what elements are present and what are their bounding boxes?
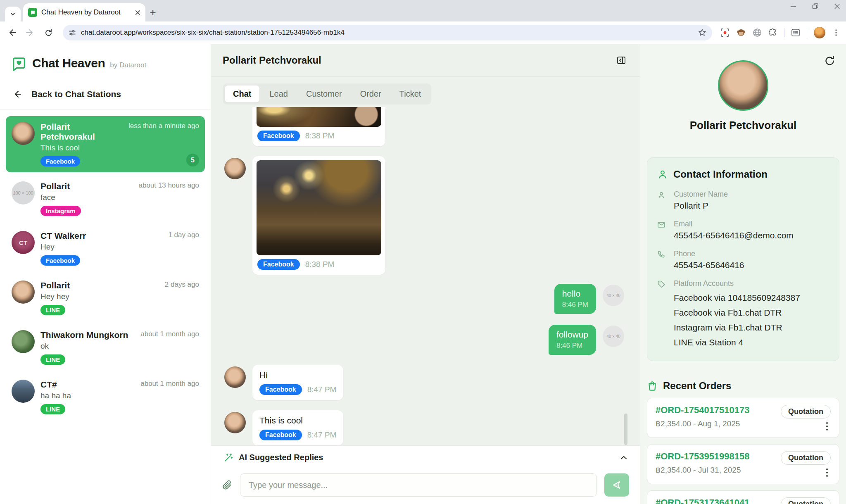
browser-toolbar: chat.dataroot.app/workspaces/six-six-six… bbox=[0, 21, 846, 44]
maximize-icon[interactable] bbox=[812, 3, 818, 10]
new-tab-button[interactable]: + bbox=[145, 5, 160, 20]
phone-label: Phone bbox=[674, 250, 744, 258]
message-input[interactable] bbox=[240, 473, 597, 497]
person-small-icon bbox=[657, 191, 665, 199]
reload-button[interactable] bbox=[42, 26, 55, 39]
avatar bbox=[224, 366, 246, 388]
monkey-extension-icon[interactable] bbox=[736, 28, 746, 38]
message-card: Facebook 8:38 PM bbox=[252, 107, 385, 146]
incoming-message-card: Hi Facebook 8:47 PM bbox=[252, 365, 343, 400]
conversation-preview: Hey bbox=[40, 242, 162, 252]
profile-name: Pollarit Petchvorakul bbox=[647, 119, 839, 132]
back-button[interactable] bbox=[6, 26, 18, 39]
back-icon bbox=[7, 28, 17, 37]
back-arrow-icon bbox=[12, 89, 22, 99]
ai-suggested-replies-bar[interactable]: AI Suggested Replies bbox=[211, 445, 640, 469]
order-id[interactable]: #ORD-1754017510173 bbox=[656, 405, 750, 416]
message-image[interactable] bbox=[257, 160, 381, 255]
order-card[interactable]: #ORD-1753951998158 ฿2,354.00 - Jul 31, 2… bbox=[647, 444, 839, 484]
forward-button[interactable] bbox=[24, 26, 36, 39]
collapse-panel-button[interactable] bbox=[614, 53, 628, 67]
platform-badge: Instagram bbox=[40, 206, 81, 216]
kebab-menu-icon[interactable] bbox=[826, 468, 828, 477]
browser-menu-icon[interactable] bbox=[832, 29, 840, 37]
outgoing-message-bubble: followup 8:46 PM bbox=[549, 325, 596, 355]
message-time: 8:38 PM bbox=[305, 131, 335, 140]
message-text: hello bbox=[562, 289, 588, 299]
conversation-item[interactable]: CT CT Walkerr Hey Facebook 1 day ago bbox=[6, 225, 205, 271]
forward-icon bbox=[26, 28, 35, 37]
order-status-badge: Quotation bbox=[781, 405, 831, 418]
person-icon bbox=[657, 169, 668, 180]
platform-badge: Facebook bbox=[259, 430, 302, 440]
browser-profile-avatar[interactable] bbox=[814, 27, 825, 38]
platform-badge: Facebook bbox=[40, 156, 80, 166]
order-card[interactable]: #ORD-1753173641041 ฿1,926.00 - Jul 22, 2… bbox=[647, 490, 839, 504]
avatar bbox=[12, 281, 35, 304]
unread-badge: 5 bbox=[186, 154, 199, 166]
back-to-stations-link[interactable]: Back to Chat Stations bbox=[0, 73, 211, 109]
conversation-item[interactable]: 100 × 100 Pollarit face Instagram about … bbox=[6, 176, 205, 222]
tab-ticket[interactable]: Ticket bbox=[391, 86, 430, 102]
recent-orders-heading: Recent Orders bbox=[663, 380, 731, 392]
kebab-menu-icon[interactable] bbox=[826, 422, 828, 431]
window-close-icon[interactable] bbox=[834, 3, 840, 10]
contact-information-card: Contact Information Customer Name Pollar… bbox=[647, 157, 839, 361]
refresh-icon[interactable] bbox=[824, 55, 835, 67]
order-status-badge: Quotation bbox=[781, 451, 831, 465]
reload-icon bbox=[44, 29, 53, 37]
bookmark-star-icon[interactable] bbox=[698, 29, 706, 37]
profile-avatar bbox=[718, 60, 768, 111]
toolbar-separator bbox=[807, 28, 807, 37]
tab-search-button[interactable] bbox=[5, 7, 21, 21]
paperclip-icon[interactable] bbox=[222, 480, 233, 490]
app-logo-icon bbox=[11, 56, 27, 73]
conversation-name: Pollarit bbox=[40, 281, 159, 290]
site-settings-icon[interactable] bbox=[69, 29, 76, 36]
message-scroll-area[interactable]: Facebook 8:38 PM Facebook 8:38 PM bbox=[223, 107, 628, 445]
customer-name-value: Pollarit P bbox=[674, 201, 728, 211]
url-text[interactable]: chat.dataroot.app/workspaces/six-six-six… bbox=[81, 29, 693, 37]
order-status-badge: Quotation bbox=[781, 497, 831, 504]
message-card: Facebook 8:38 PM bbox=[252, 156, 385, 275]
browser-tab[interactable]: Chat Heaven by Dataroot bbox=[23, 3, 145, 21]
screenshot-extension-icon[interactable] bbox=[720, 28, 730, 37]
platform-badge: Facebook bbox=[257, 259, 300, 270]
order-id[interactable]: #ORD-1753173641041 bbox=[656, 497, 750, 504]
chat-scrollbar[interactable] bbox=[624, 414, 627, 445]
message-time: 8:47 PM bbox=[307, 385, 337, 394]
conversation-item[interactable]: Pollarit Petchvorakul This is cool Faceb… bbox=[6, 116, 205, 172]
message-image[interactable] bbox=[257, 107, 381, 127]
avatar-placeholder: 40 × 40 bbox=[603, 285, 624, 306]
avatar: CT bbox=[12, 231, 35, 254]
conversation-name: Pollarit Petchvorakul bbox=[40, 122, 123, 142]
conversation-item[interactable]: Thiwakorn Mungkorn ok LINE about 1 month… bbox=[6, 324, 205, 371]
chevron-up-icon[interactable] bbox=[620, 454, 627, 461]
extensions-puzzle-icon[interactable] bbox=[768, 28, 777, 37]
avatar bbox=[224, 158, 246, 179]
tag-icon bbox=[657, 280, 665, 288]
tab-close-icon[interactable] bbox=[135, 10, 140, 15]
order-card[interactable]: #ORD-1754017510173 ฿2,354.00 - Aug 1, 20… bbox=[647, 398, 839, 438]
message-text: followup bbox=[556, 330, 588, 340]
tab-chat[interactable]: Chat bbox=[225, 86, 259, 102]
platform-account: Instagram via Fb1.chat DTR bbox=[674, 323, 800, 333]
conversation-item[interactable]: Pollarit Hey hey LINE 2 days ago bbox=[6, 275, 205, 321]
reading-list-icon[interactable] bbox=[791, 28, 800, 37]
sparkle-wand-icon bbox=[223, 453, 233, 463]
chevron-down-icon bbox=[10, 11, 16, 17]
conversation-preview: ok bbox=[40, 342, 135, 351]
toolbar-separator bbox=[784, 28, 784, 37]
conversation-list: Pollarit Petchvorakul This is cool Faceb… bbox=[0, 109, 211, 430]
conversation-time: about 1 month ago bbox=[140, 330, 199, 338]
conversation-item[interactable]: CT# ha ha ha LINE about 1 month ago bbox=[6, 374, 205, 420]
url-bar[interactable]: chat.dataroot.app/workspaces/six-six-six… bbox=[63, 25, 712, 40]
minimize-icon[interactable] bbox=[790, 3, 796, 10]
tab-lead[interactable]: Lead bbox=[261, 86, 296, 102]
send-button[interactable] bbox=[604, 473, 629, 497]
order-id[interactable]: #ORD-1753951998158 bbox=[656, 451, 750, 462]
conversation-preview: This is cool bbox=[40, 143, 123, 152]
tab-customer[interactable]: Customer bbox=[298, 86, 350, 102]
globe-extension-icon[interactable] bbox=[753, 28, 762, 37]
tab-order[interactable]: Order bbox=[352, 86, 390, 102]
